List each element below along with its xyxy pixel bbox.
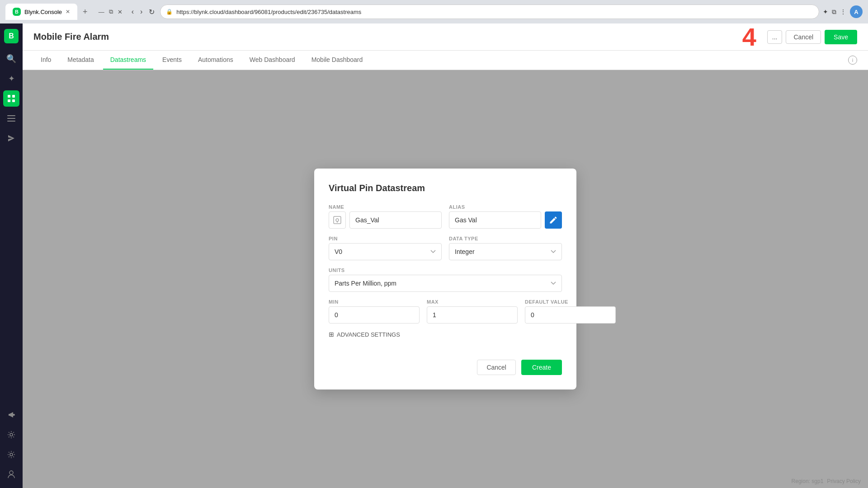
window-controls: — ⧉ ✕: [99, 8, 123, 15]
data-type-select[interactable]: Integer Double String: [449, 243, 562, 260]
tab-web-dashboard[interactable]: Web Dashboard: [242, 51, 302, 70]
max-group: MAX: [427, 299, 518, 324]
tab-metadata[interactable]: Metadata: [60, 51, 101, 70]
tab-events[interactable]: Events: [155, 51, 189, 70]
close-btn[interactable]: ✕: [118, 9, 123, 15]
extension-btn[interactable]: ⧉: [832, 8, 836, 16]
modal-overlay: Virtual Pin Datastream NAME: [23, 70, 868, 488]
tab-info[interactable]: Info: [33, 51, 58, 70]
name-label: NAME: [329, 204, 442, 210]
sidebar-item-settings1[interactable]: [3, 427, 19, 443]
default-value-input[interactable]: [525, 306, 616, 324]
privacy-policy-link[interactable]: Privacy Policy: [827, 478, 861, 484]
min-input[interactable]: [329, 306, 420, 324]
address-bar[interactable]: 🔒 https://blynk.cloud/dashboard/96081/pr…: [160, 5, 819, 19]
top-cancel-btn[interactable]: Cancel: [786, 30, 821, 44]
nav-controls: ‹ › ↻: [130, 6, 157, 18]
tab-automations[interactable]: Automations: [191, 51, 241, 70]
sidebar-item-settings2[interactable]: [3, 446, 19, 463]
name-icon-wrapper: [329, 211, 346, 229]
data-type-select-wrapper: Integer Double String: [449, 243, 562, 260]
content-area: Virtual Pin Datastream NAME: [23, 70, 868, 488]
more-options-btn[interactable]: ...: [767, 30, 783, 44]
max-label: MAX: [427, 299, 518, 305]
svg-rect-2: [8, 99, 10, 102]
plus-icon: ⊞: [329, 331, 334, 338]
maximize-btn[interactable]: ⧉: [109, 8, 113, 15]
browser-chrome: B Blynk.Console ✕ + — ⧉ ✕ ‹ › ↻ 🔒 https:…: [0, 0, 868, 23]
dialog-cancel-btn[interactable]: Cancel: [477, 360, 516, 375]
refresh-btn[interactable]: ↻: [147, 6, 156, 18]
nav-tabs: Info Metadata Datastreams Events Automat…: [23, 51, 868, 70]
name-group: NAME: [329, 204, 442, 229]
units-group: UNITS Parts Per Million, ppm None Celsiu…: [329, 267, 562, 292]
tab-datastreams[interactable]: Datastreams: [103, 51, 153, 70]
advanced-settings-label: ADVANCED SETTINGS: [337, 331, 400, 338]
dialog-title: Virtual Pin Datastream: [329, 183, 562, 193]
alias-input-wrapper: [449, 211, 562, 229]
svg-rect-0: [8, 95, 10, 98]
sidebar-item-user[interactable]: [3, 466, 19, 483]
url-text: https://blynk.cloud/dashboard/96081/prod…: [176, 9, 361, 15]
help-icon[interactable]: i: [848, 56, 857, 65]
default-value-label: DEFAULT VALUE: [525, 299, 616, 305]
max-input[interactable]: [427, 306, 518, 324]
default-value-group: DEFAULT VALUE: [525, 299, 616, 324]
min-max-default-row: MIN MAX DEFAULT VALUE: [329, 299, 562, 324]
region-text: Region: sgp1: [792, 478, 824, 484]
data-type-label: DATA TYPE: [449, 236, 562, 241]
tab-title: Blynk.Console: [24, 9, 62, 15]
svg-rect-4: [7, 115, 15, 116]
sidebar-item-grid[interactable]: [3, 90, 19, 107]
dialog-create-btn[interactable]: Create: [521, 360, 562, 375]
name-input-wrapper: [329, 211, 442, 229]
tab-bar: B Blynk.Console ✕ +: [5, 4, 91, 20]
sidebar-item-search[interactable]: 🔍: [3, 51, 19, 67]
units-label: UNITS: [329, 267, 562, 273]
units-row: UNITS Parts Per Million, ppm None Celsiu…: [329, 267, 562, 292]
sidebar-item-star[interactable]: ✦: [3, 70, 19, 87]
units-select-wrapper: Parts Per Million, ppm None Celsius: [329, 275, 562, 292]
top-save-btn[interactable]: Save: [825, 30, 857, 44]
tab-close-btn[interactable]: ✕: [66, 9, 70, 15]
units-select[interactable]: Parts Per Million, ppm None Celsius: [329, 275, 562, 292]
alias-input[interactable]: [449, 211, 541, 229]
main-content: Mobile Fire Alarm 4 ... Cancel Save Info…: [23, 23, 868, 488]
svg-rect-1: [12, 95, 15, 98]
sidebar-item-list[interactable]: [3, 110, 19, 127]
svg-rect-5: [7, 118, 15, 119]
top-bar: Mobile Fire Alarm 4 ... Cancel Save: [23, 23, 868, 51]
tab-favicon: B: [13, 8, 21, 16]
back-btn[interactable]: ‹: [130, 6, 136, 18]
tab-mobile-dashboard[interactable]: Mobile Dashboard: [304, 51, 370, 70]
page-footer: Region: sgp1 Privacy Policy: [784, 474, 868, 488]
app: B 🔍 ✦: [0, 23, 868, 488]
pin-select[interactable]: V0 V1 V2 V3: [329, 243, 442, 260]
min-label: MIN: [329, 299, 420, 305]
page-title: Mobile Fire Alarm: [33, 32, 109, 42]
pin-datatype-row: PIN V0 V1 V2 V3 DATA TYP: [329, 236, 562, 260]
dialog-footer: Cancel Create: [329, 352, 562, 375]
advanced-settings-toggle[interactable]: ⊞ ADVANCED SETTINGS: [329, 331, 562, 338]
svg-rect-3: [12, 99, 15, 102]
svg-rect-6: [7, 121, 15, 122]
lock-icon: 🔒: [166, 9, 173, 15]
sidebar: B 🔍 ✦: [0, 23, 23, 488]
top-bar-actions: ... Cancel Save: [767, 30, 857, 44]
sidebar-item-megaphone[interactable]: [3, 407, 19, 423]
alias-action-btn[interactable]: [545, 211, 562, 229]
active-tab[interactable]: B Blynk.Console ✕: [5, 4, 77, 20]
bookmark-btn[interactable]: ✦: [823, 8, 828, 15]
alias-btn-icon: [549, 216, 558, 225]
virtual-pin-dialog: Virtual Pin Datastream NAME: [314, 169, 576, 389]
step-indicator: 4: [742, 24, 756, 50]
minimize-btn[interactable]: —: [99, 9, 104, 15]
pin-group: PIN V0 V1 V2 V3: [329, 236, 442, 260]
profile-avatar[interactable]: A: [850, 5, 863, 18]
sidebar-item-send[interactable]: [3, 130, 19, 146]
name-input[interactable]: [349, 211, 442, 229]
new-tab-btn[interactable]: +: [79, 5, 91, 19]
app-logo[interactable]: B: [4, 29, 19, 43]
forward-btn[interactable]: ›: [138, 6, 144, 18]
menu-btn[interactable]: ⋮: [840, 8, 846, 15]
